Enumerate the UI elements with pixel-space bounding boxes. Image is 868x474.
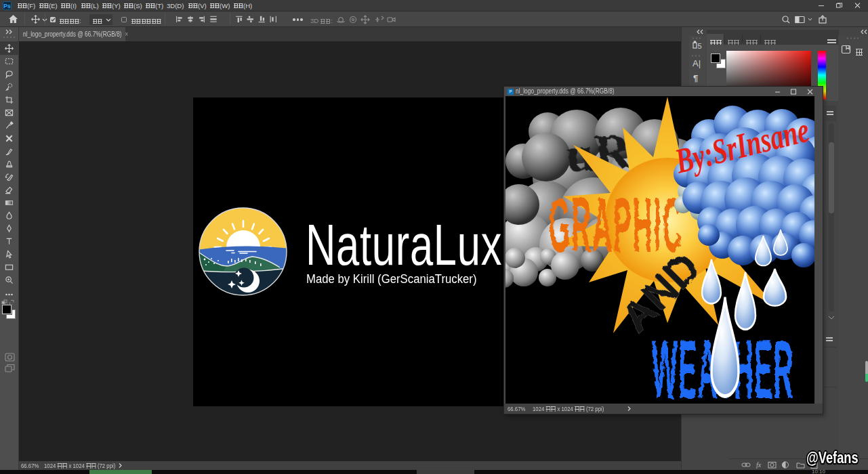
- svg-text:GRAPHIC: GRAPHIC: [549, 181, 684, 267]
- svg-text:5: 5: [698, 42, 702, 50]
- svg-text:fx: fx: [756, 461, 762, 469]
